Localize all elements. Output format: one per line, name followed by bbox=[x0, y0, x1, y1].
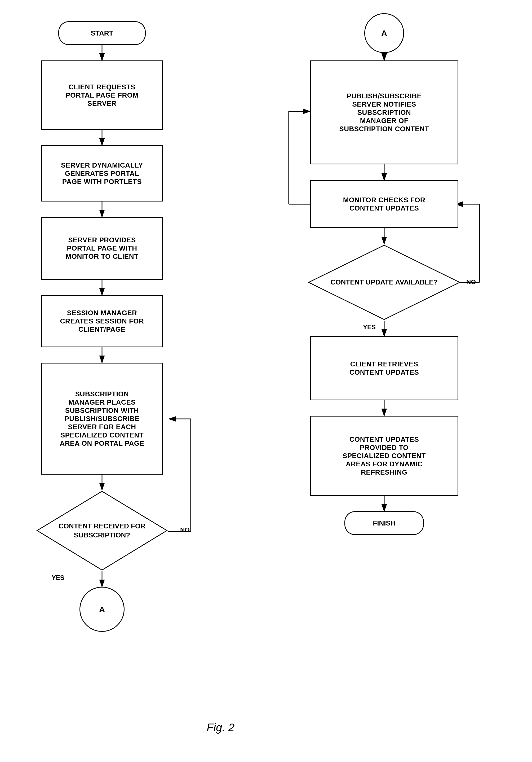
right-diamond-yes: YES bbox=[363, 324, 376, 331]
start-label: START bbox=[91, 29, 113, 38]
left-box3-label: SERVER PROVIDES PORTAL PAGE WITH MONITOR… bbox=[66, 236, 139, 261]
right-box2: MONITOR CHECKS FOR CONTENT UPDATES bbox=[310, 180, 458, 228]
left-box3: SERVER PROVIDES PORTAL PAGE WITH MONITOR… bbox=[41, 217, 163, 280]
fig-caption: Fig. 2 bbox=[207, 721, 234, 734]
right-diamond-no: NO bbox=[466, 278, 476, 286]
right-box1: PUBLISH/SUBSCRIBE SERVER NOTIFIES SUBSCR… bbox=[310, 60, 458, 164]
finish-label: FINISH bbox=[373, 519, 395, 527]
left-circle-a-bottom: A bbox=[80, 587, 124, 632]
right-diamond1: CONTENT UPDATE AVAILABLE? bbox=[307, 244, 461, 321]
right-box3: CLIENT RETRIEVES CONTENT UPDATES bbox=[310, 336, 458, 400]
left-box1-label: CLIENT REQUESTS PORTAL PAGE FROM SERVER bbox=[65, 83, 138, 108]
left-box4: SESSION MANAGER CREATES SESSION FOR CLIE… bbox=[41, 295, 163, 347]
left-diamond1: CONTENT RECEIVED FOR SUBSCRIPTION? bbox=[36, 490, 168, 572]
start-box: START bbox=[58, 21, 146, 45]
left-box2-label: SERVER DYNAMICALLY GENERATES PORTAL PAGE… bbox=[61, 161, 143, 186]
left-box1: CLIENT REQUESTS PORTAL PAGE FROM SERVER bbox=[41, 60, 163, 130]
left-box5-label: SUBSCRIPTION MANAGER PLACES SUBSCRIPTION… bbox=[60, 390, 144, 448]
right-box4: CONTENT UPDATES PROVIDED TO SPECIALIZED … bbox=[310, 416, 458, 496]
diagram-container: START CLIENT REQUESTS PORTAL PAGE FROM S… bbox=[0, 0, 532, 762]
finish-box: FINISH bbox=[344, 511, 424, 535]
left-box5: SUBSCRIPTION MANAGER PLACES SUBSCRIPTION… bbox=[41, 363, 163, 475]
left-box2: SERVER DYNAMICALLY GENERATES PORTAL PAGE… bbox=[41, 145, 163, 201]
left-diamond1-text: CONTENT RECEIVED FOR SUBSCRIPTION? bbox=[36, 522, 168, 540]
left-box4-label: SESSION MANAGER CREATES SESSION FOR CLIE… bbox=[60, 309, 144, 334]
right-box4-label: CONTENT UPDATES PROVIDED TO SPECIALIZED … bbox=[343, 435, 426, 477]
right-circle-a-top: A bbox=[364, 13, 404, 53]
right-box3-label: CLIENT RETRIEVES CONTENT UPDATES bbox=[350, 360, 419, 376]
right-box2-label: MONITOR CHECKS FOR CONTENT UPDATES bbox=[343, 196, 425, 212]
right-box1-label: PUBLISH/SUBSCRIBE SERVER NOTIFIES SUBSCR… bbox=[339, 92, 429, 133]
left-diamond-no: NO bbox=[180, 526, 190, 534]
right-diamond1-text: CONTENT UPDATE AVAILABLE? bbox=[331, 278, 438, 287]
left-diamond-yes: YES bbox=[52, 574, 64, 581]
